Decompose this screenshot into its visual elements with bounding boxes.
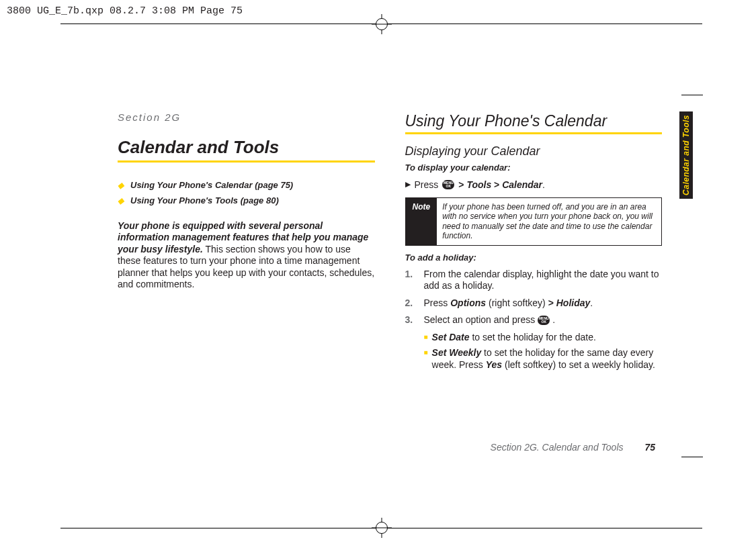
toc-item: ◆ Using Your Phone's Tools (page 80) [118,195,375,207]
diamond-icon: ◆ [118,195,124,207]
subsection-heading: Displaying your Calendar [405,144,663,159]
step-item: Press Options (right softkey) > Holiday. [405,297,663,310]
crop-tick-right-top [681,95,703,95]
sub-item: ■ Set Date to set the holiday for the da… [424,332,663,344]
page-frame: 3800 UG_E_7b.qxp 08.2.7 3:08 PM Page 75 … [60,24,702,528]
square-icon: ■ [424,332,428,344]
left-column: Section 2G Calendar and Tools ◆ Using Yo… [118,111,375,434]
step-item: From the calendar display, highlight the… [405,269,663,292]
step-item: Select an option and press MENUOK . [405,314,663,326]
toc-list: ◆ Using Your Phone's Calendar (page 75) … [118,180,375,207]
toc-item: ◆ Using Your Phone's Calendar (page 75) [118,180,375,191]
instruction-line: ▶ Press MENUOK > Tools > Calendar. [405,179,663,191]
lead-text: To display your calendar: [405,163,663,173]
section-label: Section 2G [118,111,375,124]
square-icon: ■ [424,347,428,371]
menu-ok-icon: MENUOK [442,180,454,189]
note-body: If your phone has been turned off, and y… [437,198,661,245]
press-label: Press [415,179,439,191]
gt: > Tools > Calendar. [458,179,545,191]
crop-header: 3800 UG_E_7b.qxp 08.2.7 3:08 PM Page 75 [7,5,243,17]
content-columns: Section 2G Calendar and Tools ◆ Using Yo… [118,111,662,434]
intro-paragraph: Your phone is equipped with several pers… [118,220,375,291]
side-tab: Calendar and Tools [679,111,693,199]
menu-ok-icon: MENUOK [538,316,550,325]
sub-list: ■ Set Date to set the holiday for the da… [424,332,663,371]
note-box: Note If your phone has been turned off, … [405,197,663,246]
step-text: Press Options (right softkey) > Holiday. [424,297,593,310]
lead-text: To add a holiday: [405,252,663,263]
note-label: Note [406,198,437,245]
crop-tick-right-bottom [681,457,703,457]
registration-mark-bottom [372,518,392,538]
right-column: Using Your Phone's Calendar Displaying y… [405,111,663,434]
diamond-icon: ◆ [118,180,124,191]
toc-item-label: Using Your Phone's Calendar (page 75) [130,180,293,191]
triangle-icon: ▶ [405,180,411,189]
toc-item-label: Using Your Phone's Tools (page 80) [130,195,279,206]
section-heading: Using Your Phone's Calendar [405,111,663,134]
sub-item: ■ Set Weekly to set the holiday for the … [424,347,663,371]
page-number: 75 [644,442,655,453]
footer-text: Section 2G. Calendar and Tools [491,442,624,453]
step-text: Select an option and press MENUOK . [424,314,556,326]
page-title: Calendar and Tools [118,136,375,163]
registration-mark-top [372,14,392,34]
side-tab-label: Calendar and Tools [681,115,691,195]
steps-list: From the calendar display, highlight the… [405,269,663,326]
page-footer: Section 2G. Calendar and Tools 75 [491,442,655,453]
step-text: From the calendar display, highlight the… [424,269,663,292]
